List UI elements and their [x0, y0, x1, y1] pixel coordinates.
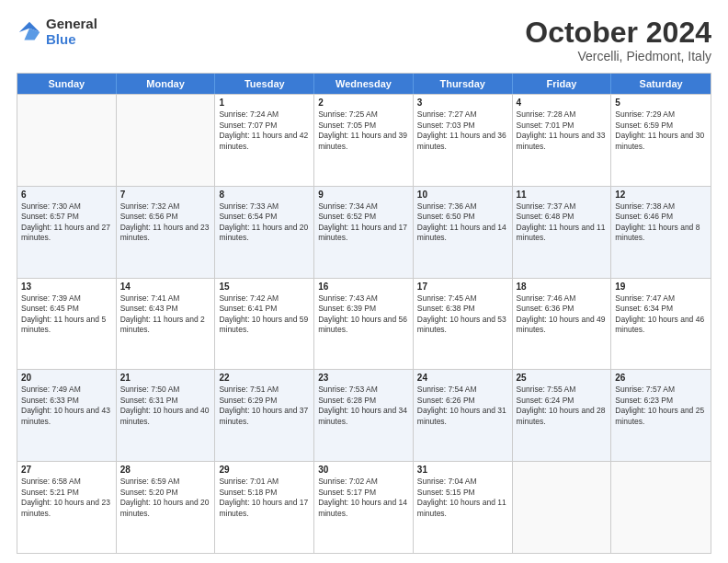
day-info: Sunrise: 7:24 AM Sunset: 7:07 PM Dayligh… [219, 109, 310, 152]
day-info: Sunrise: 7:41 AM Sunset: 6:43 PM Dayligh… [120, 293, 211, 336]
calendar: SundayMondayTuesdayWednesdayThursdayFrid… [17, 73, 711, 554]
day-info: Sunrise: 7:36 AM Sunset: 6:50 PM Dayligh… [417, 201, 508, 244]
day-number: 7 [120, 190, 211, 200]
day-info: Sunrise: 7:55 AM Sunset: 6:24 PM Dayligh… [517, 385, 608, 427]
calendar-week-5: 27Sunrise: 6:58 AM Sunset: 5:21 PM Dayli… [17, 461, 711, 553]
logo-text: General Blue [46, 17, 97, 47]
day-info: Sunrise: 7:47 AM Sunset: 6:34 PM Dayligh… [615, 293, 707, 336]
day-number: 30 [318, 465, 409, 475]
day-number: 18 [517, 282, 608, 292]
day-info: Sunrise: 7:29 AM Sunset: 6:59 PM Dayligh… [615, 109, 707, 152]
day-header-thursday: Thursday [414, 74, 513, 94]
calendar-empty-cell [117, 95, 216, 186]
calendar-day-8: 8Sunrise: 7:33 AM Sunset: 6:54 PM Daylig… [215, 187, 314, 278]
day-number: 28 [120, 465, 211, 475]
day-number: 12 [615, 190, 707, 200]
day-header-monday: Monday [117, 74, 216, 94]
calendar-body: 1Sunrise: 7:24 AM Sunset: 7:07 PM Daylig… [17, 94, 711, 553]
day-number: 10 [417, 190, 508, 200]
calendar-day-30: 30Sunrise: 7:02 AM Sunset: 5:17 PM Dayli… [314, 462, 414, 553]
day-number: 21 [120, 373, 211, 383]
day-info: Sunrise: 7:45 AM Sunset: 6:38 PM Dayligh… [417, 293, 508, 336]
day-number: 11 [517, 190, 608, 200]
calendar-day-15: 15Sunrise: 7:42 AM Sunset: 6:41 PM Dayli… [215, 279, 314, 370]
logo-general: General [46, 17, 97, 32]
calendar-day-16: 16Sunrise: 7:43 AM Sunset: 6:39 PM Dayli… [314, 279, 414, 370]
day-header-saturday: Saturday [611, 74, 711, 94]
day-info: Sunrise: 6:58 AM Sunset: 5:21 PM Dayligh… [21, 477, 112, 519]
calendar-day-29: 29Sunrise: 7:01 AM Sunset: 5:18 PM Dayli… [215, 462, 314, 553]
day-number: 26 [615, 373, 707, 383]
day-number: 24 [417, 373, 508, 383]
calendar-day-5: 5Sunrise: 7:29 AM Sunset: 6:59 PM Daylig… [611, 95, 711, 186]
calendar-day-10: 10Sunrise: 7:36 AM Sunset: 6:50 PM Dayli… [414, 187, 513, 278]
month-title: October 2024 [525, 17, 711, 49]
day-number: 3 [417, 98, 508, 108]
calendar-day-20: 20Sunrise: 7:49 AM Sunset: 6:33 PM Dayli… [17, 370, 117, 461]
calendar-day-19: 19Sunrise: 7:47 AM Sunset: 6:34 PM Dayli… [611, 279, 711, 370]
day-info: Sunrise: 7:49 AM Sunset: 6:33 PM Dayligh… [21, 385, 112, 427]
page-header: General Blue October 2024 Vercelli, Pied… [17, 17, 711, 63]
day-info: Sunrise: 7:39 AM Sunset: 6:45 PM Dayligh… [21, 293, 112, 336]
calendar-week-1: 1Sunrise: 7:24 AM Sunset: 7:07 PM Daylig… [17, 94, 711, 186]
logo-blue: Blue [46, 32, 97, 48]
day-info: Sunrise: 7:51 AM Sunset: 6:29 PM Dayligh… [219, 385, 310, 427]
calendar-day-28: 28Sunrise: 6:59 AM Sunset: 5:20 PM Dayli… [117, 462, 216, 553]
day-number: 27 [21, 465, 112, 475]
day-info: Sunrise: 7:02 AM Sunset: 5:17 PM Dayligh… [318, 477, 409, 519]
calendar-day-24: 24Sunrise: 7:54 AM Sunset: 6:26 PM Dayli… [414, 370, 513, 461]
calendar-day-18: 18Sunrise: 7:46 AM Sunset: 6:36 PM Dayli… [513, 279, 612, 370]
logo-icon [17, 19, 42, 45]
calendar-day-3: 3Sunrise: 7:27 AM Sunset: 7:03 PM Daylig… [414, 95, 513, 186]
day-number: 13 [21, 282, 112, 292]
day-number: 8 [219, 190, 310, 200]
calendar-day-4: 4Sunrise: 7:28 AM Sunset: 7:01 PM Daylig… [513, 95, 612, 186]
calendar-day-1: 1Sunrise: 7:24 AM Sunset: 7:07 PM Daylig… [215, 95, 314, 186]
day-info: Sunrise: 7:38 AM Sunset: 6:46 PM Dayligh… [615, 201, 707, 244]
day-number: 31 [417, 465, 508, 475]
day-number: 14 [120, 282, 211, 292]
calendar-day-11: 11Sunrise: 7:37 AM Sunset: 6:48 PM Dayli… [513, 187, 612, 278]
title-block: October 2024 Vercelli, Piedmont, Italy [525, 17, 711, 63]
day-info: Sunrise: 7:53 AM Sunset: 6:28 PM Dayligh… [318, 385, 409, 427]
day-number: 2 [318, 98, 409, 108]
calendar-week-4: 20Sunrise: 7:49 AM Sunset: 6:33 PM Dayli… [17, 369, 711, 461]
calendar-day-6: 6Sunrise: 7:30 AM Sunset: 6:57 PM Daylig… [17, 187, 117, 278]
calendar-day-13: 13Sunrise: 7:39 AM Sunset: 6:45 PM Dayli… [17, 279, 117, 370]
day-info: Sunrise: 7:27 AM Sunset: 7:03 PM Dayligh… [417, 109, 508, 152]
day-info: Sunrise: 7:50 AM Sunset: 6:31 PM Dayligh… [120, 385, 211, 427]
day-header-wednesday: Wednesday [314, 74, 414, 94]
subtitle: Vercelli, Piedmont, Italy [525, 49, 711, 63]
calendar-empty-cell [513, 462, 612, 553]
calendar-empty-cell [17, 95, 117, 186]
calendar-day-23: 23Sunrise: 7:53 AM Sunset: 6:28 PM Dayli… [314, 370, 414, 461]
day-info: Sunrise: 7:43 AM Sunset: 6:39 PM Dayligh… [318, 293, 409, 336]
day-number: 9 [318, 190, 409, 200]
day-number: 1 [219, 98, 310, 108]
calendar-day-25: 25Sunrise: 7:55 AM Sunset: 6:24 PM Dayli… [513, 370, 612, 461]
calendar-day-2: 2Sunrise: 7:25 AM Sunset: 7:05 PM Daylig… [314, 95, 414, 186]
day-header-sunday: Sunday [17, 74, 117, 94]
day-info: Sunrise: 7:01 AM Sunset: 5:18 PM Dayligh… [219, 477, 310, 519]
day-number: 6 [21, 190, 112, 200]
calendar-day-26: 26Sunrise: 7:57 AM Sunset: 6:23 PM Dayli… [611, 370, 711, 461]
day-info: Sunrise: 6:59 AM Sunset: 5:20 PM Dayligh… [120, 477, 211, 519]
day-info: Sunrise: 7:57 AM Sunset: 6:23 PM Dayligh… [615, 385, 707, 427]
day-info: Sunrise: 7:25 AM Sunset: 7:05 PM Dayligh… [318, 109, 409, 152]
day-number: 25 [517, 373, 608, 383]
day-info: Sunrise: 7:54 AM Sunset: 6:26 PM Dayligh… [417, 385, 508, 427]
calendar-day-7: 7Sunrise: 7:32 AM Sunset: 6:56 PM Daylig… [117, 187, 216, 278]
day-info: Sunrise: 7:28 AM Sunset: 7:01 PM Dayligh… [517, 109, 608, 152]
logo: General Blue [17, 17, 97, 47]
calendar-header: SundayMondayTuesdayWednesdayThursdayFrid… [17, 74, 711, 94]
calendar-week-3: 13Sunrise: 7:39 AM Sunset: 6:45 PM Dayli… [17, 278, 711, 370]
calendar-day-22: 22Sunrise: 7:51 AM Sunset: 6:29 PM Dayli… [215, 370, 314, 461]
day-info: Sunrise: 7:33 AM Sunset: 6:54 PM Dayligh… [219, 201, 310, 244]
calendar-day-21: 21Sunrise: 7:50 AM Sunset: 6:31 PM Dayli… [117, 370, 216, 461]
calendar-day-17: 17Sunrise: 7:45 AM Sunset: 6:38 PM Dayli… [414, 279, 513, 370]
day-number: 4 [517, 98, 608, 108]
day-info: Sunrise: 7:46 AM Sunset: 6:36 PM Dayligh… [517, 293, 608, 336]
day-info: Sunrise: 7:34 AM Sunset: 6:52 PM Dayligh… [318, 201, 409, 244]
calendar-day-12: 12Sunrise: 7:38 AM Sunset: 6:46 PM Dayli… [611, 187, 711, 278]
day-info: Sunrise: 7:30 AM Sunset: 6:57 PM Dayligh… [21, 201, 112, 244]
